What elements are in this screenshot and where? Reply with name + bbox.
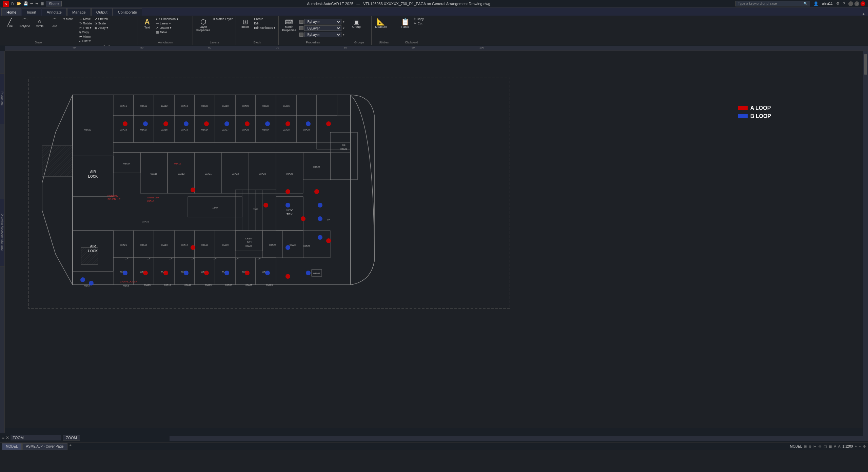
status-tab-cover-page[interactable]: ASME A0P - Cover Page bbox=[22, 443, 67, 450]
maximize-button[interactable]: □ bbox=[854, 1, 859, 6]
circle-button[interactable]: ○ Circle bbox=[33, 17, 47, 29]
tab-manage[interactable]: Manage bbox=[67, 8, 91, 16]
status-icon-3[interactable]: A bbox=[838, 445, 841, 448]
edit-button[interactable]: Edit bbox=[253, 21, 276, 25]
measure-button[interactable]: 📐 Measure bbox=[374, 17, 388, 30]
scale-button[interactable]: ⇲ Scale bbox=[94, 21, 109, 25]
svg-text:03A14: 03A14 bbox=[201, 129, 208, 131]
workspace-icon[interactable]: ⚙ bbox=[863, 445, 866, 448]
svg-text:03A13: 03A13 bbox=[164, 284, 171, 286]
text-button[interactable]: A Text bbox=[140, 17, 154, 31]
properties-panel[interactable]: Properties bbox=[0, 73, 5, 124]
match-layer-button[interactable]: ≡ Match Layer bbox=[212, 17, 234, 21]
paste-label: Paste bbox=[401, 25, 409, 29]
array-button[interactable]: ▦ Array ▾ bbox=[94, 26, 109, 30]
match-properties-button[interactable]: ⌨ MatchProperties bbox=[281, 18, 297, 34]
layer-properties-button[interactable]: ⬡ LayerProperties bbox=[195, 17, 212, 34]
svg-point-145 bbox=[314, 189, 319, 194]
help-icon[interactable]: ? bbox=[843, 2, 845, 6]
polyline-button[interactable]: ⌒ Polyline bbox=[18, 17, 32, 29]
leader-button[interactable]: ↗ Leader ▾ bbox=[155, 26, 179, 30]
insert-icon: ⊞ bbox=[242, 18, 248, 25]
move-button[interactable]: ↔ Move bbox=[78, 17, 93, 21]
user-icon[interactable]: 👤 bbox=[813, 1, 818, 6]
tab-collaborate[interactable]: Collaborate bbox=[113, 8, 142, 16]
rotate-button[interactable]: ↻ Rotate bbox=[78, 21, 93, 25]
cad-viewport[interactable]: 03A11 03A12 17A12 03A13 03A08 03A10 03A0… bbox=[5, 51, 863, 428]
ortho-icon[interactable]: ⊢ bbox=[813, 445, 816, 448]
zoom-in-icon[interactable]: + bbox=[855, 445, 857, 448]
cmd-menu-icon[interactable]: ≡ bbox=[2, 435, 4, 440]
table-button[interactable]: ▦ Table bbox=[155, 30, 179, 34]
mirror-button[interactable]: ⇌ Mirror bbox=[78, 35, 93, 39]
svg-text:03A05: 03A05 bbox=[283, 129, 290, 131]
command-input[interactable] bbox=[11, 435, 61, 440]
new-icon[interactable]: 🗋 bbox=[11, 2, 15, 6]
color-box2 bbox=[299, 26, 303, 30]
settings-icon[interactable]: ⚙ bbox=[836, 1, 840, 6]
add-layout-tab-button[interactable]: + bbox=[68, 443, 73, 450]
svg-point-139 bbox=[204, 121, 209, 126]
linetype-box bbox=[299, 33, 303, 37]
trim-button[interactable]: ✂ Trim ▾ bbox=[78, 26, 93, 30]
tab-output[interactable]: Output bbox=[91, 8, 113, 16]
scroll-vertical[interactable] bbox=[863, 51, 868, 441]
grid-icon[interactable]: ⊞ bbox=[804, 445, 807, 448]
search-bar[interactable]: Type a keyword or phrase 🔍 bbox=[735, 1, 810, 6]
share-label[interactable]: Share bbox=[46, 1, 62, 6]
status-icon-2[interactable]: A bbox=[834, 445, 836, 448]
group-block-label: Block bbox=[238, 40, 276, 44]
paste-button[interactable]: 📋 Paste bbox=[398, 17, 412, 30]
snap-icon[interactable]: ⊕ bbox=[809, 445, 811, 448]
ribbon-expand-icon[interactable]: ▲ bbox=[859, 12, 868, 16]
cut-button[interactable]: ✂ Cut bbox=[413, 21, 425, 25]
tab-home[interactable]: Home bbox=[1, 8, 21, 16]
osnap-icon[interactable]: ◫ bbox=[824, 445, 827, 448]
color-dropdown-arrow: ▼ bbox=[342, 27, 345, 30]
zoom-out-icon[interactable]: − bbox=[859, 445, 861, 448]
redo-icon[interactable]: ↪ bbox=[35, 1, 38, 6]
dimension-button[interactable]: ⟷ Dimension ▾ bbox=[155, 17, 179, 21]
line-button[interactable]: ╱ Line bbox=[3, 17, 17, 29]
linetype-dropdown[interactable]: ByLayer bbox=[304, 32, 341, 37]
edit-attributes-button[interactable]: Edit Attributes ▾ bbox=[253, 26, 276, 30]
stretch-button[interactable]: ⤢ Stretch bbox=[94, 17, 109, 21]
fillet-button[interactable]: ⌐ Fillet ▾ bbox=[78, 39, 93, 43]
copy-clip-button[interactable]: ⎘ Copy bbox=[413, 17, 425, 21]
create-button[interactable]: Create bbox=[253, 17, 276, 21]
drawing-recovery-panel[interactable]: Drawing Recovery Manager bbox=[0, 199, 5, 267]
open-icon[interactable]: 📂 bbox=[17, 1, 21, 6]
insert-button[interactable]: ⊞ Insert bbox=[238, 17, 252, 30]
tab-insert[interactable]: Insert bbox=[22, 8, 41, 16]
draw-more-btn[interactable]: ▾ More bbox=[62, 17, 74, 21]
window-title: Autodesk AutoCAD LT 2025 — VFI-126933 XX… bbox=[62, 2, 735, 6]
group-groups-label: Groups bbox=[349, 40, 369, 44]
linear-button[interactable]: — Linear ▾ bbox=[155, 21, 179, 25]
zoom-label: ZOOM bbox=[63, 435, 80, 440]
minimize-button[interactable]: _ bbox=[848, 1, 853, 6]
scale-label: 1:1200 bbox=[843, 445, 853, 448]
status-tab-model[interactable]: MODEL bbox=[2, 443, 22, 450]
publish-icon[interactable]: ▦ bbox=[40, 1, 44, 6]
ruler-mark-40: 40 bbox=[73, 46, 76, 49]
copy-button[interactable]: ⎘ Copy bbox=[78, 30, 93, 34]
status-icon-1[interactable]: ▦ bbox=[829, 445, 832, 448]
color-dropdown[interactable]: ByLayer bbox=[304, 25, 341, 31]
layer-dropdown[interactable]: ByLayer bbox=[304, 19, 341, 24]
arc-button[interactable]: ⌒ Arc bbox=[47, 17, 62, 29]
svg-text:1P: 1P bbox=[191, 257, 195, 260]
svg-text:03A9: 03A9 bbox=[123, 284, 129, 287]
svg-text:03A01: 03A01 bbox=[313, 272, 320, 275]
main-canvas: 40 50 60 70 80 90 100 Properties Drawing… bbox=[0, 46, 868, 450]
group-button[interactable]: ▣ Group bbox=[349, 17, 363, 30]
insert-label: Insert bbox=[241, 25, 249, 29]
cmd-clear-icon[interactable]: ✕ bbox=[6, 435, 9, 440]
svg-text:1P: 1P bbox=[257, 257, 261, 260]
svg-text:1P: 1P bbox=[235, 257, 239, 260]
polar-icon[interactable]: ◎ bbox=[818, 445, 822, 448]
svg-text:03A15: 03A15 bbox=[181, 129, 188, 131]
tab-annotate[interactable]: Annotate bbox=[42, 8, 67, 16]
close-button[interactable]: ✕ bbox=[861, 1, 865, 6]
undo-icon[interactable]: ↩ bbox=[30, 1, 33, 6]
save-icon[interactable]: 💾 bbox=[23, 1, 28, 6]
